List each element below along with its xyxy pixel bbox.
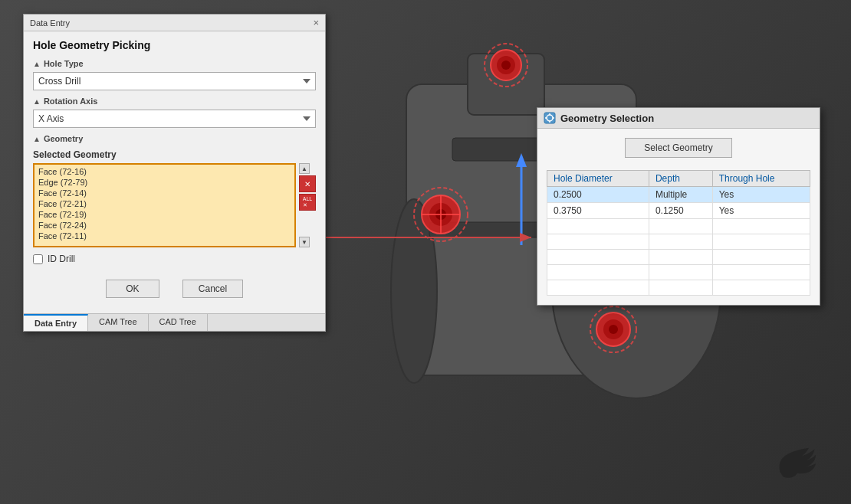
list-item[interactable]: Edge (72-79) xyxy=(36,177,293,188)
list-scroll-controls: ▲ ✕ ALL✕ ▼ xyxy=(299,163,316,247)
list-item[interactable]: Face (72-21) xyxy=(36,198,293,209)
rotation-axis-label: Rotation Axis xyxy=(44,97,98,106)
table-row-empty xyxy=(547,265,810,280)
geo-dialog-icon xyxy=(544,112,556,124)
cell-through-hole: Yes xyxy=(712,187,810,203)
cell-through-hole: Yes xyxy=(712,203,810,219)
list-item[interactable]: Face (72-16) xyxy=(36,166,293,177)
delete-all-button[interactable]: ALL✕ xyxy=(299,194,316,211)
cell-depth: Multiple xyxy=(649,187,712,203)
cell-diameter: 0.3750 xyxy=(547,203,649,219)
hole-type-section-header: ▲ Hole Type xyxy=(33,59,316,68)
id-drill-label: ID Drill xyxy=(48,254,75,264)
svg-point-18 xyxy=(609,325,618,334)
geometry-selection-dialog: Geometry Selection Select Geometry Hole … xyxy=(537,107,820,306)
hole-type-label: Hole Type xyxy=(44,59,84,68)
geometry-collapse-icon[interactable]: ▲ xyxy=(33,135,41,143)
geometry-label: Geometry xyxy=(44,134,83,143)
panel-close-button[interactable]: × xyxy=(313,18,319,28)
panel-content: Hole Geometry Picking ▲ Hole Type Cross … xyxy=(24,31,325,313)
select-geometry-button[interactable]: Select Geometry xyxy=(625,138,732,158)
ok-button[interactable]: OK xyxy=(106,280,159,298)
panel-titlebar: Data Entry × xyxy=(24,15,325,31)
scroll-down-arrow[interactable]: ▼ xyxy=(299,237,310,247)
geometry-list[interactable]: Face (72-16) Edge (72-79) Face (72-14) F… xyxy=(33,163,296,247)
list-item[interactable]: Face (72-24) xyxy=(36,220,293,231)
cell-diameter: 0.2500 xyxy=(547,187,649,203)
table-row-empty xyxy=(547,219,810,234)
hole-type-collapse-icon[interactable]: ▲ xyxy=(33,60,41,68)
tab-data-entry[interactable]: Data Entry xyxy=(24,314,88,331)
table-row[interactable]: 0.3750 0.1250 Yes xyxy=(547,203,810,219)
panel-title: Data Entry xyxy=(30,18,70,28)
rotation-axis-collapse-icon[interactable]: ▲ xyxy=(33,97,41,106)
col-hole-diameter: Hole Diameter xyxy=(547,171,649,187)
list-item[interactable]: Face (72-19) xyxy=(36,209,293,220)
table-row-empty xyxy=(547,234,810,250)
id-drill-checkbox[interactable] xyxy=(33,254,43,264)
geo-dialog-title: Geometry Selection xyxy=(560,113,654,124)
panel-tabs: Data Entry CAM Tree CAD Tree xyxy=(24,313,325,331)
geometry-list-container: Face (72-16) Edge (72-79) Face (72-14) F… xyxy=(33,163,316,247)
svg-point-8 xyxy=(501,61,511,70)
geo-dialog-content: Select Geometry Hole Diameter Depth Thro… xyxy=(537,129,820,305)
id-drill-row: ID Drill xyxy=(33,254,316,264)
hole-type-dropdown[interactable]: Cross Drill Through Hole Blind Hole Coun… xyxy=(33,72,316,90)
scroll-up-arrow[interactable]: ▲ xyxy=(299,163,310,174)
geometry-section-header: ▲ Geometry xyxy=(33,134,316,143)
table-row-empty xyxy=(547,250,810,265)
button-row: OK Cancel xyxy=(33,273,316,306)
brand-logo xyxy=(774,443,820,481)
cell-depth: 0.1250 xyxy=(649,203,712,219)
col-depth: Depth xyxy=(649,171,712,187)
rotation-axis-section-header: ▲ Rotation Axis xyxy=(33,97,316,106)
col-through-hole: Through Hole xyxy=(712,171,810,187)
geo-dialog-titlebar: Geometry Selection xyxy=(537,108,820,129)
cancel-button[interactable]: Cancel xyxy=(182,280,243,298)
selected-geometry-label: Selected Geometry xyxy=(33,149,316,160)
list-item[interactable]: Face (72-11) xyxy=(36,231,293,241)
list-item[interactable]: Face (72-14) xyxy=(36,188,293,198)
rotation-axis-dropdown[interactable]: X Axis Y Axis Z Axis xyxy=(33,110,316,128)
panel-main-title: Hole Geometry Picking xyxy=(33,39,316,51)
delete-item-button[interactable]: ✕ xyxy=(299,175,316,192)
tab-cam-tree[interactable]: CAM Tree xyxy=(88,314,149,331)
table-row-empty xyxy=(547,280,810,296)
tab-cad-tree[interactable]: CAD Tree xyxy=(149,314,208,331)
table-row[interactable]: 0.2500 Multiple Yes xyxy=(547,187,810,203)
data-entry-panel: Data Entry × Hole Geometry Picking ▲ Hol… xyxy=(23,14,326,332)
geometry-table: Hole Diameter Depth Through Hole 0.2500 … xyxy=(547,170,810,296)
